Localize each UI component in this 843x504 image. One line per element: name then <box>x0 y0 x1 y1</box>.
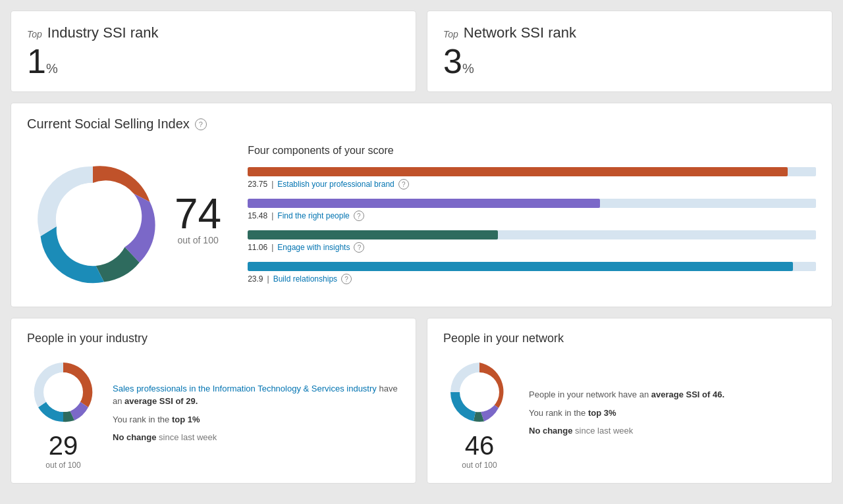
ssi-score-label: out of 100 <box>175 235 221 245</box>
bottom-row: People in your industry 29 out of 100 <box>11 318 832 484</box>
network-small-donut: 46 out of 100 <box>443 356 516 470</box>
bar-fill-1 <box>248 199 600 208</box>
industry-rank-title: Industry SSI rank <box>47 24 159 41</box>
industry-rank-header: Top Industry SSI rank <box>27 24 400 41</box>
svg-point-1 <box>460 372 499 412</box>
top-rank-row: Top Industry SSI rank 1% Top Network SSI… <box>11 11 832 92</box>
industry-score-wrap: 29 out of 100 <box>27 431 99 470</box>
network-rank-title: Network SSI rank <box>464 24 576 41</box>
network-since-text: since last week <box>575 426 633 436</box>
network-people-score: 46 <box>443 431 516 461</box>
network-score-wrap: 46 out of 100 <box>443 431 516 470</box>
network-avg-ssi: average SSI of 46. <box>651 390 724 399</box>
network-no-change-label: No change <box>529 426 572 436</box>
industry-people-text: Sales professionals in the Information T… <box>113 382 400 444</box>
comp-help-icon-2[interactable]: ? <box>354 242 364 253</box>
network-top-label: Top <box>443 29 458 39</box>
comp-score-3: 23.9 <box>248 274 263 284</box>
industry-small-donut: 29 out of 100 <box>27 356 99 470</box>
comp-link-3[interactable]: Build relationships <box>273 274 337 284</box>
donut-section: 74 out of 100 <box>27 153 221 285</box>
ssi-card: Current Social Selling Index ? <box>11 103 832 307</box>
network-people-title: People in your network <box>443 332 816 345</box>
components-title: Four components of your score <box>248 145 816 157</box>
network-people-score-label: out of 100 <box>443 461 516 470</box>
industry-people-score-label: out of 100 <box>27 461 99 470</box>
bar-track-3 <box>248 262 816 271</box>
network-rank-text: You rank in the top 3% <box>529 407 724 420</box>
industry-rank-value: 1 <box>27 42 46 80</box>
industry-rank-card: Top Industry SSI rank 1% <box>11 11 416 92</box>
main-donut <box>27 153 159 285</box>
network-top-pct: top 3% <box>588 408 616 418</box>
comp-help-icon-3[interactable]: ? <box>341 274 352 284</box>
ssi-content: 74 out of 100 Four components of your sc… <box>27 145 816 293</box>
comp-score-1: 15.48 <box>248 211 267 220</box>
comp-help-icon-1[interactable]: ? <box>354 211 364 221</box>
network-rank-value-row: 3% <box>443 44 816 78</box>
network-no-change: No change since last week <box>529 424 724 438</box>
network-rank-value: 3 <box>443 42 462 80</box>
industry-desc-1: Sales professionals in the Information T… <box>113 382 400 408</box>
component-label-2: 11.06 | Engage with insights ? <box>248 242 816 253</box>
component-label-0: 23.75 | Establish your professional bran… <box>248 179 816 189</box>
industry-people-card: People in your industry 29 out of 100 <box>11 318 416 484</box>
comp-score-2: 11.06 <box>248 243 267 252</box>
network-rank-card: Top Network SSI rank 3% <box>427 11 832 92</box>
components-list: 23.75 | Establish your professional bran… <box>248 167 816 284</box>
industry-desc-link[interactable]: Sales professionals in the Information T… <box>113 384 377 393</box>
network-people-card: People in your network 46 out of 100 <box>427 318 832 484</box>
network-people-content: 46 out of 100 People in your network hav… <box>443 356 816 470</box>
network-rank-header: Top Network SSI rank <box>443 24 816 41</box>
ssi-score-number: 74 <box>175 193 221 235</box>
donut-inner <box>57 183 129 255</box>
industry-no-change-label: No change <box>113 432 156 442</box>
industry-avg-ssi: average SSI of 29. <box>124 396 198 406</box>
bar-track-0 <box>248 167 816 176</box>
ssi-help-icon[interactable]: ? <box>195 118 207 130</box>
network-rank-percent: % <box>462 61 474 76</box>
svg-point-0 <box>43 372 83 412</box>
ssi-title-text: Current Social Selling Index <box>27 116 190 132</box>
ssi-title-row: Current Social Selling Index ? <box>27 116 816 132</box>
industry-donut-svg <box>27 356 99 428</box>
industry-no-change: No change since last week <box>113 431 400 444</box>
industry-top-label: Top <box>27 29 42 39</box>
industry-people-score: 29 <box>27 431 99 461</box>
component-item-0: 23.75 | Establish your professional bran… <box>248 167 816 189</box>
industry-rank-percent: % <box>46 61 58 76</box>
main-donut-svg <box>27 153 159 285</box>
comp-link-0[interactable]: Establish your professional brand <box>277 180 394 189</box>
network-desc-1: People in your network have an average S… <box>529 388 724 401</box>
component-label-1: 15.48 | Find the right people ? <box>248 211 816 221</box>
comp-link-1[interactable]: Find the right people <box>277 211 349 220</box>
component-label-3: 23.9 | Build relationships ? <box>248 274 816 284</box>
network-donut-svg <box>443 356 516 428</box>
component-item-2: 11.06 | Engage with insights ? <box>248 230 816 253</box>
components-section: Four components of your score 23.75 | Es… <box>248 145 816 293</box>
industry-rank-text: You rank in the top 1% <box>113 413 400 426</box>
industry-since-text: since last week <box>159 432 217 442</box>
component-item-3: 23.9 | Build relationships ? <box>248 262 816 284</box>
comp-link-2[interactable]: Engage with insights <box>277 243 350 252</box>
bar-fill-3 <box>248 262 793 271</box>
comp-help-icon-0[interactable]: ? <box>398 179 409 189</box>
comp-score-0: 23.75 <box>248 180 267 189</box>
bar-track-2 <box>248 230 816 239</box>
industry-top-pct: top 1% <box>172 415 200 424</box>
bar-track-1 <box>248 199 816 208</box>
industry-people-title: People in your industry <box>27 332 400 345</box>
bar-fill-0 <box>248 167 788 176</box>
score-display: 74 out of 100 <box>175 193 221 245</box>
network-people-text: People in your network have an average S… <box>529 388 724 438</box>
component-item-1: 15.48 | Find the right people ? <box>248 199 816 221</box>
industry-rank-value-row: 1% <box>27 44 400 78</box>
industry-people-content: 29 out of 100 Sales professionals in the… <box>27 356 400 470</box>
bar-fill-2 <box>248 230 498 239</box>
